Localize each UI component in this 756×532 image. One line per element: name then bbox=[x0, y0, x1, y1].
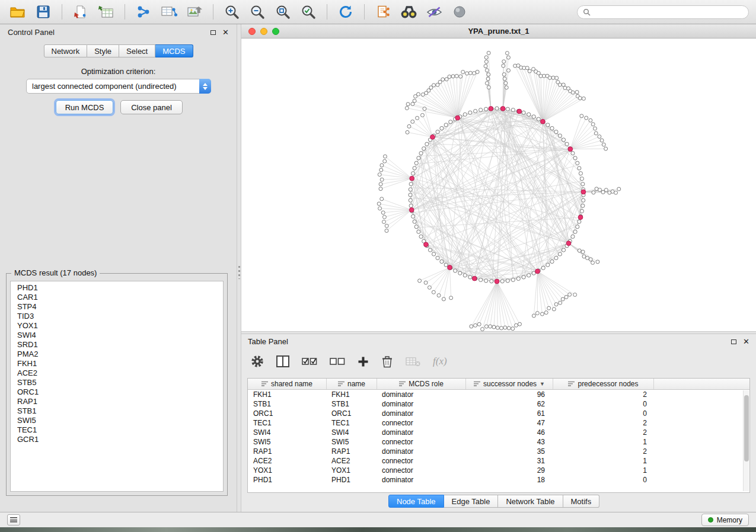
sort-descending-icon: ▼ bbox=[540, 381, 545, 387]
tab-style[interactable]: Style bbox=[87, 44, 119, 57]
delete-column-button[interactable] bbox=[406, 356, 420, 367]
tab-select[interactable]: Select bbox=[119, 44, 155, 57]
column-header-predecessor-nodes[interactable]: predecessor nodes bbox=[553, 379, 654, 389]
status-menu-button[interactable] bbox=[7, 514, 20, 525]
table-settings-button[interactable] bbox=[251, 355, 264, 368]
network-window-titlebar[interactable]: YPA_prune.txt_1 bbox=[241, 24, 756, 39]
copy-share-button[interactable] bbox=[372, 2, 394, 21]
node-table: shared name name MCDS role successor nod… bbox=[247, 378, 750, 493]
save-session-button[interactable] bbox=[33, 2, 54, 21]
deselect-all-button[interactable] bbox=[330, 356, 345, 367]
table-cell: ORC1 bbox=[248, 409, 327, 418]
table-row[interactable]: FKH1FKH1dominator962 bbox=[248, 390, 749, 399]
delete-column-icon bbox=[406, 356, 420, 367]
mcds-result-item[interactable]: GCR1 bbox=[11, 435, 223, 444]
table-row[interactable]: ORC1ORC1dominator610 bbox=[248, 409, 749, 418]
table-cell: SWI4 bbox=[327, 428, 377, 437]
table-cell: 2 bbox=[553, 418, 654, 428]
network-window-title: YPA_prune.txt_1 bbox=[241, 27, 756, 36]
table-scrollbar[interactable] bbox=[743, 390, 749, 491]
float-panel-button[interactable] bbox=[210, 28, 216, 37]
column-label: shared name bbox=[271, 380, 312, 388]
mcds-result-item[interactable]: SRD1 bbox=[11, 340, 223, 350]
new-network-button[interactable] bbox=[133, 2, 154, 21]
table-cell: RAP1 bbox=[248, 447, 327, 456]
table-cell: connector bbox=[377, 466, 466, 475]
import-network-button[interactable] bbox=[70, 2, 91, 21]
deselect-all-icon bbox=[330, 356, 345, 367]
export-image-button[interactable] bbox=[184, 2, 205, 21]
search-box[interactable] bbox=[577, 5, 749, 19]
mcds-result-item[interactable]: PHD1 bbox=[11, 283, 223, 293]
apply-function-button[interactable]: f(x) bbox=[433, 355, 447, 367]
mcds-result-item[interactable]: FKH1 bbox=[11, 359, 223, 368]
table-row[interactable]: SWI5SWI5connector431 bbox=[248, 437, 749, 447]
scrollbar-thumb[interactable] bbox=[744, 395, 749, 462]
mcds-result-item[interactable]: RAP1 bbox=[11, 397, 223, 406]
tab-network-table[interactable]: Network Table bbox=[498, 495, 563, 508]
select-all-button[interactable] bbox=[302, 356, 317, 367]
mcds-result-item[interactable]: TID3 bbox=[11, 312, 223, 321]
table-row[interactable]: YOX1YOX1connector291 bbox=[248, 466, 749, 475]
close-panel-button[interactable]: Close panel bbox=[120, 100, 183, 114]
table-row[interactable]: RAP1RAP1dominator352 bbox=[248, 447, 749, 456]
column-header-filler bbox=[654, 379, 749, 389]
tab-edge-table[interactable]: Edge Table bbox=[444, 495, 499, 508]
menu-icon bbox=[10, 517, 17, 523]
network-table-button[interactable] bbox=[158, 2, 180, 21]
close-table-panel-button[interactable]: ✕ bbox=[743, 338, 749, 345]
tab-motifs[interactable]: Motifs bbox=[563, 495, 600, 508]
float-table-panel-button[interactable] bbox=[731, 337, 736, 346]
criterion-select[interactable]: largest connected component (undirected) bbox=[26, 79, 211, 94]
vertical-splitter[interactable] bbox=[237, 24, 241, 512]
find-button[interactable] bbox=[398, 2, 419, 21]
gear-icon bbox=[251, 355, 264, 368]
show-columns-button[interactable] bbox=[276, 355, 289, 367]
open-session-button[interactable] bbox=[7, 2, 28, 21]
table-row[interactable]: SWI4SWI4dominator462 bbox=[248, 428, 749, 437]
column-header-shared-name[interactable]: shared name bbox=[248, 379, 327, 389]
mcds-result-item[interactable]: TEC1 bbox=[11, 425, 223, 435]
table-cell: 2 bbox=[553, 390, 654, 399]
add-row-button[interactable] bbox=[358, 356, 369, 367]
mcds-result-item[interactable]: SWI5 bbox=[11, 416, 223, 425]
mcds-result-item[interactable]: SWI4 bbox=[11, 331, 223, 340]
memory-button[interactable]: Memory bbox=[701, 514, 749, 526]
zoom-fit-button[interactable] bbox=[272, 2, 294, 21]
run-mcds-button[interactable]: Run MCDS bbox=[56, 100, 113, 114]
show-button[interactable] bbox=[449, 2, 470, 21]
close-panel-button[interactable]: ✕ bbox=[222, 28, 229, 36]
column-header-successor-nodes[interactable]: successor nodes ▼ bbox=[466, 379, 553, 389]
zoom-selected-button[interactable] bbox=[298, 2, 319, 21]
mcds-result-item[interactable]: YOX1 bbox=[11, 321, 223, 331]
mcds-result-item[interactable]: CAR1 bbox=[11, 293, 223, 302]
mcds-result-item[interactable]: STB5 bbox=[11, 378, 223, 387]
tab-mcds[interactable]: MCDS bbox=[155, 44, 193, 57]
tab-network[interactable]: Network bbox=[43, 44, 87, 57]
table-cell: TEC1 bbox=[248, 418, 327, 428]
table-row[interactable]: ACE2ACE2connector311 bbox=[248, 456, 749, 466]
table-cell: 96 bbox=[466, 390, 553, 399]
refresh-button[interactable] bbox=[335, 2, 356, 21]
mcds-result-item[interactable]: STB1 bbox=[11, 406, 223, 416]
mcds-result-item[interactable]: STP4 bbox=[11, 302, 223, 312]
control-panel-tabs: Network Style Select MCDS bbox=[43, 44, 193, 57]
import-table-button[interactable] bbox=[95, 2, 117, 21]
zoom-out-button[interactable] bbox=[247, 2, 268, 21]
column-header-name[interactable]: name bbox=[327, 379, 377, 389]
mcds-result-item[interactable]: ACE2 bbox=[11, 368, 223, 378]
table-row[interactable]: STB1STB1dominator620 bbox=[248, 399, 749, 409]
mcds-result-item[interactable]: PMA2 bbox=[11, 350, 223, 359]
table-row[interactable]: PHD1PHD1dominator180 bbox=[248, 475, 749, 485]
mcds-result-list[interactable]: PHD1CAR1STP4TID3YOX1SWI4SRD1PMA2FKH1ACE2… bbox=[10, 281, 224, 492]
column-header-mcds-role[interactable]: MCDS role bbox=[377, 379, 466, 389]
mcds-result-item[interactable]: ORC1 bbox=[11, 387, 223, 397]
search-input[interactable] bbox=[594, 8, 743, 16]
select-all-icon bbox=[302, 356, 317, 367]
network-canvas[interactable] bbox=[241, 39, 756, 331]
zoom-in-button[interactable] bbox=[221, 2, 243, 21]
table-row[interactable]: TEC1TEC1connector472 bbox=[248, 418, 749, 428]
hide-button[interactable] bbox=[423, 2, 445, 21]
tab-node-table[interactable]: Node Table bbox=[388, 495, 444, 508]
delete-row-button[interactable] bbox=[381, 355, 393, 368]
